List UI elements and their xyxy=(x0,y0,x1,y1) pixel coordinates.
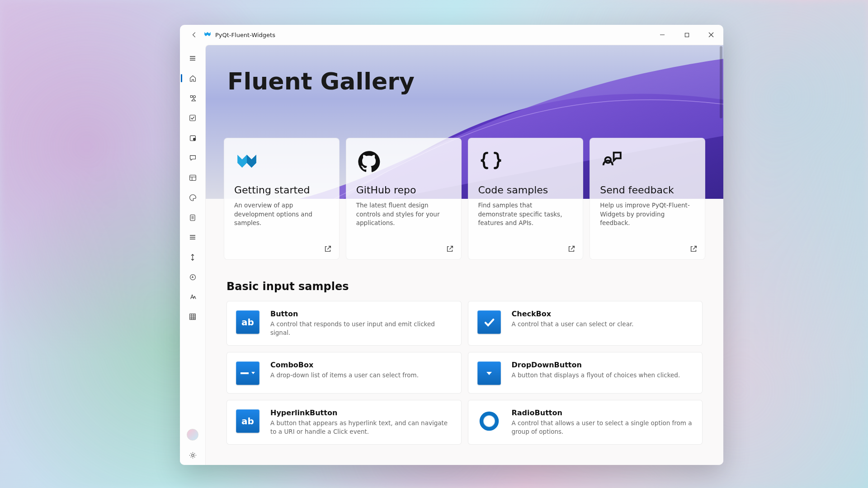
external-link-icon xyxy=(567,245,576,253)
sample-desc: A drop-down list of items a user can sel… xyxy=(270,371,419,380)
sample-card-dropdownbutton[interactable]: DropDownButton A button that displays a … xyxy=(468,352,703,394)
minimize-button[interactable] xyxy=(650,25,675,45)
external-link-icon xyxy=(324,245,332,253)
sample-title: HyperlinkButton xyxy=(270,408,452,417)
close-icon xyxy=(708,32,714,38)
svg-rect-7 xyxy=(190,314,195,319)
back-arrow-icon xyxy=(191,32,198,38)
nav-hamburger[interactable] xyxy=(184,50,202,67)
radio-sample-icon xyxy=(477,409,501,433)
getting-started-icon xyxy=(234,149,259,174)
nav-dialogs[interactable] xyxy=(184,149,202,166)
section-title: Basic input samples xyxy=(226,280,723,293)
link-card-desc: The latest fluent design controls and st… xyxy=(356,201,451,228)
nav-text[interactable] xyxy=(184,288,202,305)
svg-point-3 xyxy=(193,138,195,141)
content-area: Fluent Gallery Getting started An overvi… xyxy=(205,45,723,465)
svg-rect-4 xyxy=(189,175,196,180)
scrollbar-thumb[interactable] xyxy=(720,46,722,118)
avatar-icon xyxy=(187,429,198,441)
link-card-desc: Help us improve PyQt-Fluent-Widgets by p… xyxy=(600,201,695,228)
link-cards-row: Getting started An overview of app devel… xyxy=(224,138,705,260)
link-card-code-samples[interactable]: Code samples Find samples that demonstra… xyxy=(468,138,584,260)
scrollbar-track xyxy=(720,46,722,464)
sample-card-radiobutton[interactable]: RadioButton A control that allows a user… xyxy=(468,400,703,445)
nav-menus[interactable] xyxy=(184,209,202,226)
nav-basic-input[interactable] xyxy=(184,109,202,127)
sample-desc: A button that displays a flyout of choic… xyxy=(512,371,680,380)
sample-card-button[interactable]: ab Button A control that responds to use… xyxy=(226,301,462,346)
clipboard-icon xyxy=(189,214,196,221)
sample-title: DropDownButton xyxy=(512,361,680,369)
list-icon xyxy=(189,234,196,241)
button-sample-icon: ab xyxy=(236,310,259,334)
calendar-icon xyxy=(189,134,197,142)
shapes-icon xyxy=(189,94,197,102)
link-card-desc: An overview of app development options a… xyxy=(234,201,329,228)
home-icon xyxy=(189,75,197,82)
content-scroll[interactable]: Fluent Gallery Getting started An overvi… xyxy=(206,45,723,465)
sample-title: ComboBox xyxy=(270,361,419,369)
svg-point-8 xyxy=(191,454,193,456)
nav-icons[interactable] xyxy=(184,89,202,107)
nav-date-time[interactable] xyxy=(184,129,202,146)
github-icon xyxy=(356,149,382,174)
minimize-icon xyxy=(660,32,665,38)
sample-title: Button xyxy=(270,310,452,318)
back-button[interactable] xyxy=(187,28,202,42)
nav-view[interactable] xyxy=(184,308,202,325)
nav-layout[interactable] xyxy=(184,169,202,186)
sample-desc: A button that appears as hyperlink text,… xyxy=(270,419,452,436)
status-icon xyxy=(189,273,197,281)
sample-desc: A control that a user can select or clea… xyxy=(512,320,634,328)
nav-avatar[interactable] xyxy=(184,426,202,444)
combobox-sample-icon xyxy=(236,361,259,385)
app-logo-icon xyxy=(203,31,212,39)
link-card-desc: Find samples that demonstrate specific t… xyxy=(478,201,573,228)
gear-icon xyxy=(189,451,197,459)
feedback-icon xyxy=(600,149,625,174)
svg-rect-9 xyxy=(241,372,249,374)
sample-desc: A control that responds to user input an… xyxy=(270,320,452,337)
app-title: PyQt-Fluent-Widgets xyxy=(215,32,275,38)
code-braces-icon xyxy=(478,149,504,174)
palette-icon xyxy=(189,194,197,202)
sample-title: RadioButton xyxy=(512,408,693,417)
svg-rect-0 xyxy=(685,33,689,37)
text-icon xyxy=(189,293,196,300)
maximize-button[interactable] xyxy=(675,25,699,45)
maximize-icon xyxy=(684,33,689,38)
scroll-icon xyxy=(189,253,196,261)
sample-card-combobox[interactable]: ComboBox A drop-down list of items a use… xyxy=(226,352,462,394)
checkbox-sample-icon xyxy=(477,310,501,334)
sample-card-checkbox[interactable]: CheckBox A control that a user can selec… xyxy=(468,301,703,346)
nav-status[interactable] xyxy=(184,268,202,286)
sample-card-hyperlinkbutton[interactable]: ab HyperlinkButton A button that appears… xyxy=(226,400,462,445)
nav-home[interactable] xyxy=(184,70,202,87)
link-card-feedback[interactable]: Send feedback Help us improve PyQt-Fluen… xyxy=(590,138,705,260)
link-card-title: Getting started xyxy=(234,184,329,196)
titlebar: PyQt-Fluent-Widgets xyxy=(180,25,723,45)
hamburger-icon xyxy=(189,55,196,62)
chat-icon xyxy=(189,154,197,162)
hyperlink-sample-icon: ab xyxy=(236,409,259,433)
checkbox-icon xyxy=(189,114,196,122)
sidebar xyxy=(180,45,205,465)
svg-rect-1 xyxy=(190,115,195,121)
sample-title: CheckBox xyxy=(512,310,634,318)
link-card-title: GitHub repo xyxy=(356,184,451,196)
nav-material[interactable] xyxy=(184,189,202,206)
nav-settings[interactable] xyxy=(184,446,202,464)
close-button[interactable] xyxy=(699,25,723,45)
app-window: PyQt-Fluent-Widgets xyxy=(180,25,723,465)
link-card-getting-started[interactable]: Getting started An overview of app devel… xyxy=(224,138,340,260)
link-card-github[interactable]: GitHub repo The latest fluent design con… xyxy=(346,138,462,260)
nav-scrolling[interactable] xyxy=(184,249,202,266)
grid-icon xyxy=(189,313,196,320)
hero-title: Fluent Gallery xyxy=(227,68,415,95)
layout-icon xyxy=(189,174,197,182)
link-card-title: Send feedback xyxy=(600,184,695,196)
nav-navigation[interactable] xyxy=(184,229,202,246)
sample-grid: ab Button A control that responds to use… xyxy=(206,301,723,445)
dropdown-sample-icon xyxy=(477,361,501,385)
